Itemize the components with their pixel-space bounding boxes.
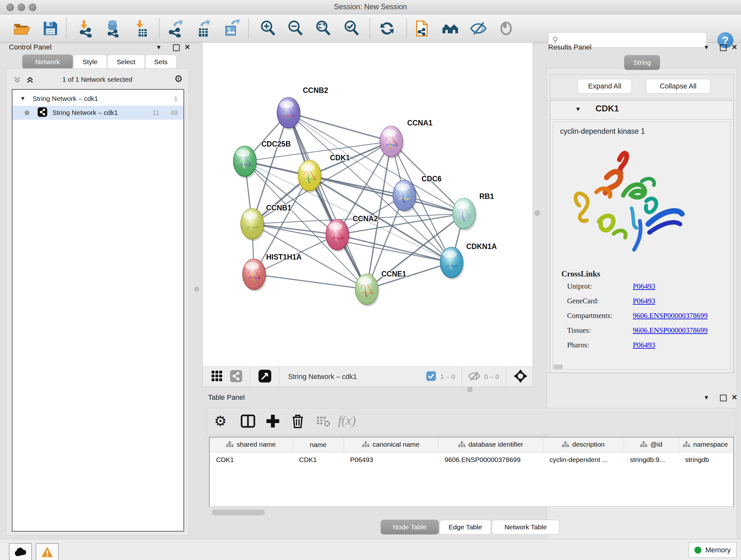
toolbar-separator — [248, 18, 249, 38]
network-share-icon[interactable] — [230, 370, 242, 383]
import-table-icon[interactable] — [133, 19, 151, 37]
node-CDK1[interactable] — [298, 160, 322, 193]
protein-card-header[interactable]: ▼ CDK1 — [550, 101, 733, 119]
crosslink-value[interactable]: 9606.ENSP00000378699 — [633, 326, 708, 334]
table-options-gear-icon[interactable]: ⚙ — [214, 413, 231, 429]
node-CCNB1[interactable] — [241, 208, 265, 241]
left-splitter-handle[interactable] — [194, 287, 199, 292]
crosslink-value[interactable]: P06493 — [633, 282, 655, 291]
table-hscrollbar[interactable] — [210, 509, 731, 516]
function-builder-icon[interactable]: f(x) — [333, 413, 361, 429]
column-header[interactable]: @id — [623, 437, 679, 452]
node-CCNE1[interactable] — [355, 274, 380, 307]
crosslink-value[interactable]: P06493 — [633, 341, 655, 349]
node-CCNA2[interactable] — [326, 219, 350, 252]
protein-card: ▼ CDK1 cyclin-dependent kinase 1 — [550, 100, 734, 373]
collection-row[interactable]: ▼ String Network – cdk1 1 — [12, 91, 184, 106]
gray-eye-icon[interactable] — [497, 19, 515, 37]
table-panel-float-icon[interactable] — [720, 395, 727, 401]
open-session-icon[interactable] — [13, 19, 30, 37]
expand-all-button[interactable]: Expand All — [578, 79, 632, 94]
tab-node-table[interactable]: Node Table — [381, 520, 439, 535]
protein-collapse-icon[interactable]: ▼ — [575, 106, 581, 113]
cell-canonical-name[interactable]: P06493 — [344, 452, 438, 468]
collection-expand-icon[interactable]: ▼ — [20, 96, 25, 102]
toolbar-separator — [406, 18, 407, 38]
collapse-all-button[interactable]: Collapse All — [646, 79, 711, 94]
results-panel-menu-icon[interactable]: ▾ — [704, 43, 708, 51]
zoom-out-icon[interactable] — [286, 19, 305, 37]
edge-HIST1H1A-CCNE1[interactable] — [254, 274, 367, 289]
pan-crosshair-icon[interactable] — [514, 369, 528, 384]
table-panel-menu-icon[interactable]: ▾ — [704, 393, 708, 401]
cell-namespace[interactable]: stringdb — [679, 452, 732, 468]
table-panel-close-icon[interactable]: ✕ — [731, 393, 737, 401]
tab-edge-table[interactable]: Edge Table — [440, 520, 491, 535]
network-row[interactable]: String Network – cdk1 11 48 — [12, 106, 184, 120]
tab-network-table[interactable]: Network Table — [492, 520, 559, 535]
cell-id[interactable]: stringdb:9... — [623, 452, 679, 468]
control-panel-title: Control Panel — [9, 43, 51, 51]
control-panel-close-icon[interactable]: ✕ — [185, 43, 190, 51]
results-panel-float-icon[interactable] — [720, 44, 727, 51]
network-options-gear-icon[interactable]: ⚙ — [174, 73, 183, 84]
cell-name[interactable]: CDK1 — [293, 452, 344, 468]
column-header[interactable]: namespace — [679, 437, 732, 452]
tab-sets[interactable]: Sets — [145, 55, 177, 69]
show-columns-icon[interactable] — [240, 413, 256, 429]
selected-checkbox-icon[interactable] — [426, 371, 436, 382]
node-CDKN1A[interactable] — [440, 247, 464, 280]
edge-CCNB1-CCNA2[interactable] — [252, 224, 337, 235]
warnings-button[interactable] — [36, 543, 59, 560]
column-header[interactable]: database identifier — [438, 437, 543, 452]
control-panel-float-icon[interactable] — [173, 44, 180, 51]
node-RB1[interactable] — [453, 198, 477, 231]
node-HIST1H1A[interactable] — [243, 259, 267, 292]
table-hscroll-thumb[interactable] — [212, 509, 265, 515]
grid-view-icon[interactable] — [211, 370, 223, 383]
network-canvas[interactable]: CCNB2CCNA1CDC25BCDK1CDC6RB1CCNB1CCNA2CDK… — [202, 43, 533, 367]
node-CCNB2[interactable] — [277, 98, 301, 130]
right-splitter-handle[interactable] — [535, 210, 540, 216]
add-column-icon[interactable] — [265, 413, 281, 429]
cell-description[interactable]: cyclin-dependent ... — [543, 452, 623, 468]
crosslink-value[interactable]: 9606.ENSP00000378699 — [633, 312, 708, 320]
node-CCNA1[interactable] — [380, 126, 404, 159]
string-home-icon[interactable] — [441, 19, 459, 37]
tab-style[interactable]: Style — [73, 55, 107, 69]
share-document-icon[interactable] — [413, 19, 431, 37]
column-header[interactable]: name — [293, 437, 344, 452]
control-panel-menu-icon[interactable]: ▾ — [157, 43, 160, 51]
column-header[interactable]: canonical name — [344, 437, 438, 452]
hidden-eye-icon[interactable] — [468, 371, 480, 382]
memory-button[interactable]: Memory — [689, 543, 737, 558]
crosslink-value[interactable]: P06493 — [633, 297, 655, 305]
zoom-selected-icon[interactable] — [343, 19, 360, 37]
export-network-icon[interactable] — [166, 19, 185, 37]
tab-string[interactable]: String — [624, 55, 660, 70]
birds-eye-view-icon[interactable] — [259, 370, 271, 384]
edge-CDKN1A-CCNE1[interactable] — [367, 262, 452, 289]
zoom-fit-icon[interactable] — [314, 19, 332, 37]
table-row[interactable]: CDK1 CDK1 P06493 9606.ENSP00000378699 cy… — [210, 452, 732, 468]
column-header[interactable]: description — [543, 437, 623, 452]
export-image-icon[interactable] — [222, 19, 240, 37]
refresh-icon[interactable] — [378, 19, 396, 37]
results-panel-close-icon[interactable]: ✕ — [731, 43, 737, 51]
delete-column-icon[interactable] — [289, 413, 306, 429]
delete-table-icon[interactable] — [315, 413, 332, 429]
import-network-file-icon[interactable] — [77, 19, 95, 37]
cell-shared-name[interactable]: CDK1 — [210, 452, 293, 468]
tab-select[interactable]: Select — [107, 55, 145, 69]
hide-glasses-icon[interactable] — [469, 19, 487, 37]
cell-database-identifier[interactable]: 9606.ENSP00000378699 — [438, 452, 543, 468]
results-hscroll-thumb[interactable] — [554, 365, 562, 369]
column-header[interactable]: shared name — [210, 437, 293, 452]
edge-CCNB2-CCNE1[interactable] — [288, 113, 367, 289]
cloud-button[interactable] — [9, 543, 32, 560]
import-network-database-icon[interactable] — [105, 19, 122, 37]
zoom-in-icon[interactable] — [259, 19, 277, 37]
save-session-icon[interactable] — [42, 19, 59, 37]
export-table-icon[interactable] — [194, 19, 212, 37]
tab-network[interactable]: Network — [22, 55, 73, 69]
